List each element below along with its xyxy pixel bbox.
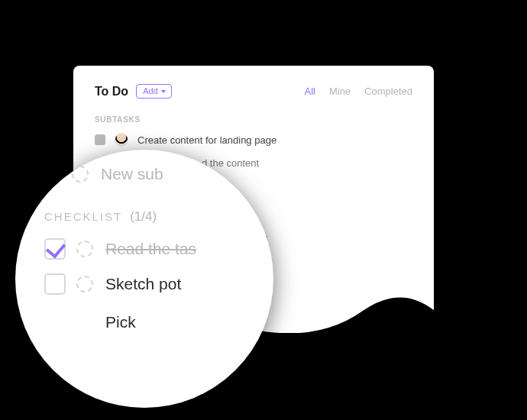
avatar[interactable] [115,133,128,147]
checklist-heading: CHECKLIST (1/4) [44,209,273,225]
checkbox-icon[interactable] [44,238,66,260]
add-button-label: Add [143,86,158,96]
subtasks-heading: SUBTASKS [95,115,412,124]
checklist-item-text: Pick [105,313,136,331]
task-text: Create content for landing page [137,134,276,146]
new-subtask-text: New sub [101,165,163,183]
filter-all[interactable]: All [304,86,315,97]
checklist-count: (1/4) [130,209,157,225]
checkbox-icon[interactable] [95,134,105,145]
checklist-item[interactable]: Read the tas [44,238,273,260]
checklist-item[interactable]: Pick [44,312,273,333]
plus-icon[interactable] [47,167,61,181]
filter-mine[interactable]: Mine [329,86,351,97]
filter-completed[interactable]: Completed [364,86,412,97]
checklist-item[interactable]: Sketch pot [44,273,273,295]
assignee-placeholder-icon[interactable] [76,276,93,292]
checkbox-icon[interactable] [44,273,66,295]
checklist-label: CHECKLIST [44,210,122,223]
chevron-down-icon [161,90,166,93]
filter-tabs: All Mine Completed [304,86,412,97]
card-title: To Do [95,85,128,99]
checklist-item-text: Read the tas [105,240,196,258]
magnifier-lens: New sub CHECKLIST (1/4) Read the tas Ske… [15,150,273,408]
checklist-item-text: Sketch pot [105,275,181,293]
assignee-placeholder-icon[interactable] [76,241,93,257]
add-button[interactable]: Add [136,84,172,99]
task-row[interactable]: Create content for landing page [95,133,412,147]
